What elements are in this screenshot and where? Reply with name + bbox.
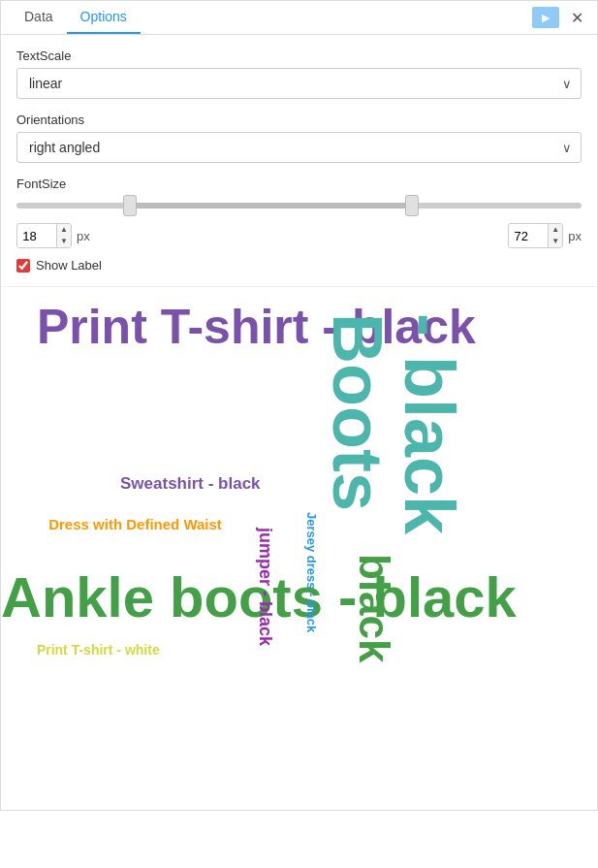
- font-size-max-input-wrapper: ▲ ▼: [508, 223, 563, 248]
- text-scale-label: TextScale: [16, 48, 582, 63]
- show-label-checkbox[interactable]: [16, 259, 30, 273]
- slider-track[interactable]: [16, 196, 582, 215]
- slider-thumb-max[interactable]: [405, 195, 419, 216]
- play-icon: ▶: [542, 12, 550, 24]
- word-cloud-item: jumper - black: [257, 528, 274, 646]
- word-cloud-item: Print T-shirt - white: [37, 643, 160, 657]
- show-label-row: Show Label: [16, 258, 582, 273]
- play-button[interactable]: ▶: [532, 7, 559, 28]
- close-button[interactable]: ✕: [567, 7, 587, 29]
- show-label-text: Show Label: [36, 258, 102, 273]
- font-size-inputs: ▲ ▼ px ▲ ▼ px: [16, 223, 582, 248]
- main-container: Data Options ▶ ✕ TextScale linear log sq…: [0, 0, 598, 811]
- orientations-label: Orientations: [16, 113, 582, 127]
- word-cloud-item: Sweatshirt - black: [120, 475, 261, 492]
- tab-options[interactable]: Options: [67, 1, 141, 34]
- font-size-min-up[interactable]: ▲: [57, 224, 71, 236]
- text-scale-select-wrapper: linear log sqrt ∨: [16, 68, 582, 99]
- word-cloud-item: Dress with Defined Waist: [48, 517, 222, 531]
- slider-thumb-min[interactable]: [123, 195, 137, 216]
- orientations-select-wrapper: right angled horizontal vertical random …: [16, 132, 582, 163]
- tab-data[interactable]: Data: [11, 1, 67, 34]
- word-cloud-item: Boots: [323, 313, 393, 511]
- wordcloud-area: Print T-shirt - blackBoots- blackSweatsh…: [1, 286, 597, 810]
- font-size-max-spinners: ▲ ▼: [548, 224, 562, 247]
- font-size-min-group: ▲ ▼ px: [16, 223, 90, 248]
- slider-fill: [130, 203, 413, 209]
- orientations-select[interactable]: right angled horizontal vertical random: [16, 132, 582, 163]
- font-size-max-group: ▲ ▼ px: [508, 223, 582, 248]
- font-size-max-up[interactable]: ▲: [549, 224, 562, 236]
- tab-actions: ▶ ✕: [532, 7, 587, 29]
- word-cloud-item: black: [353, 554, 395, 663]
- slider-rail: [16, 203, 582, 209]
- font-size-max-input[interactable]: [509, 225, 548, 247]
- font-size-slider-section: ▲ ▼ px ▲ ▼ px: [16, 196, 582, 248]
- tabs-bar: Data Options ▶ ✕: [1, 1, 597, 35]
- font-size-max-down[interactable]: ▼: [549, 236, 562, 247]
- word-cloud-item: - black: [394, 313, 464, 534]
- text-scale-select[interactable]: linear log sqrt: [16, 68, 582, 99]
- font-size-min-down[interactable]: ▼: [57, 236, 71, 247]
- font-size-min-input[interactable]: [17, 225, 56, 247]
- font-size-max-unit: px: [568, 229, 582, 243]
- options-panel: TextScale linear log sqrt ∨ Orientations…: [1, 35, 597, 286]
- font-size-min-input-wrapper: ▲ ▼: [16, 223, 72, 248]
- font-size-min-unit: px: [77, 229, 90, 243]
- font-size-label: FontSize: [16, 177, 582, 191]
- font-size-min-spinners: ▲ ▼: [56, 224, 71, 247]
- word-cloud-item: Jersey dress - black: [305, 512, 318, 632]
